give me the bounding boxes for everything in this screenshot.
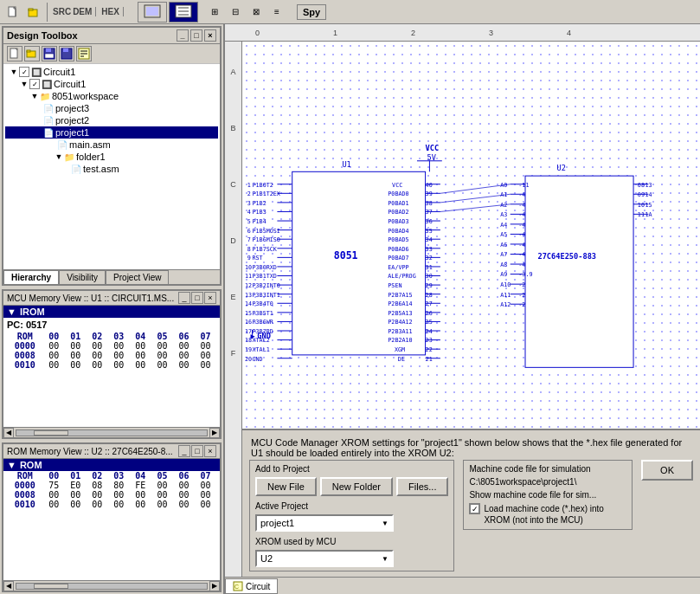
tb-save[interactable] <box>42 46 57 61</box>
mcu2-scroll-track[interactable] <box>16 583 208 590</box>
mcu2-section-label: ROM <box>20 460 42 470</box>
xrom-dropdown[interactable]: U2 ▼ <box>255 550 394 567</box>
mcu1-scrollbar[interactable]: ◀ ▶ <box>3 427 220 437</box>
svg-text:08: 08 <box>638 182 645 189</box>
svg-text:A8: A8 <box>500 261 507 268</box>
mode-tabs <box>138 2 198 23</box>
tree-item-project2[interactable]: 📄 project2 <box>5 114 218 126</box>
mcu2-minimize[interactable]: _ <box>178 445 190 457</box>
tree-item-test-asm[interactable]: 📄 test.asm <box>5 163 218 175</box>
svg-text:10: 10 <box>245 264 252 271</box>
mcu-panel-1: MCU Memory View :: U1 :: CIRCUIT1.MS... … <box>2 289 222 439</box>
mcu1-expand[interactable]: ▼ <box>7 307 16 317</box>
mcu2-expand[interactable]: ▼ <box>7 460 16 470</box>
svg-text:31: 31 <box>426 264 433 271</box>
right-panel: 0 1 2 3 4 A B C D E F <box>225 24 700 594</box>
new-btn[interactable] <box>3 3 22 22</box>
open-btn[interactable] <box>24 3 43 22</box>
svg-text:-2: -2 <box>518 292 525 299</box>
expand-circuit1-root[interactable]: ▼ <box>9 67 19 77</box>
tb-properties[interactable] <box>76 46 92 61</box>
mcu1-scroll-thumb[interactable] <box>34 430 68 436</box>
mcu2-col-rom: ROM <box>7 471 43 481</box>
minimize-btn[interactable]: _ <box>177 29 189 42</box>
svg-text:EA/VPP: EA/VPP <box>388 264 408 271</box>
toolbar-btn-1[interactable]: ⊞ <box>205 3 224 22</box>
mcu-panel-2-title: ROM Memory View :: U2 :: 27C64E250-8... … <box>3 444 220 459</box>
tree-item-main-asm[interactable]: 📄 main.asm <box>5 139 218 151</box>
tb-new-file[interactable] <box>7 46 22 61</box>
toolbar-btn-2[interactable]: ⊟ <box>226 3 245 22</box>
machine-code-show: Show machine code file for sim... <box>469 490 626 500</box>
mcu1-maximize[interactable]: □ <box>191 292 203 304</box>
mcu2-mem-table: ROM 00 01 02 03 04 05 06 07 000075E00880… <box>3 471 220 580</box>
mcu2-maximize[interactable]: □ <box>191 445 203 457</box>
svg-text:ALE/PROG: ALE/PROG <box>388 273 415 280</box>
svg-text:A12: A12 <box>500 301 511 308</box>
active-project-dropdown[interactable]: project1 ▼ <box>255 514 394 532</box>
mcu2-scroll-left[interactable]: ◀ <box>3 581 14 591</box>
svg-text:27C64E250-883: 27C64E250-883 <box>537 252 596 261</box>
svg-text:P1B0T2: P1B0T2 <box>253 182 273 189</box>
mcu1-scroll-track[interactable] <box>16 429 208 436</box>
tb-save-all[interactable] <box>59 46 74 61</box>
svg-text:25: 25 <box>426 319 433 326</box>
expand-circuit1[interactable]: ▼ <box>19 79 29 89</box>
icon-main-asm: 📄 <box>57 140 67 150</box>
tab-hierarchy[interactable]: Hierarchy <box>3 270 59 284</box>
icon-project2: 📄 <box>43 116 54 126</box>
spy-btn[interactable]: Spy <box>297 4 326 20</box>
new-folder-btn[interactable]: New Folder <box>320 477 393 496</box>
close-btn[interactable]: × <box>204 29 216 42</box>
svg-text:P3B6WR: P3B6WR <box>253 319 274 326</box>
mcu1-col-rom: ROM <box>7 332 43 341</box>
mcu1-minimize[interactable]: _ <box>178 292 190 304</box>
mcu1-close[interactable]: × <box>204 292 216 304</box>
tb-open[interactable] <box>24 46 40 61</box>
tree-item-circuit1[interactable]: ▼ ✓ 🔲 Circuit1 <box>5 78 218 90</box>
circuit-canvas[interactable]: VCC 5V ▶ GND U1 1 P1B0T2 2 P <box>242 42 700 577</box>
svg-rect-18 <box>63 48 68 52</box>
design-toolbox-label: Design Toolbox <box>7 30 78 41</box>
ok-button[interactable]: OK <box>641 460 693 481</box>
mode-tab-1[interactable] <box>138 2 167 23</box>
circuit-tab[interactable]: C Circuit <box>225 578 278 594</box>
svg-text:-4: -4 <box>518 242 525 249</box>
svg-text:P1B7SCK: P1B7SCK <box>253 246 278 253</box>
cb-circuit1[interactable]: ✓ <box>29 79 40 89</box>
mcu2-scroll-right[interactable]: ▶ <box>209 581 220 591</box>
svg-text:30: 30 <box>426 273 433 280</box>
cb-circuit1-root[interactable]: ✓ <box>19 67 29 77</box>
label-circuit1-root: Circuit1 <box>43 67 75 77</box>
mcu2-scrollbar[interactable]: ◀ ▶ <box>3 580 220 591</box>
mcu1-col-03: 03 <box>108 332 130 341</box>
expand-workspace[interactable]: ▼ <box>29 91 40 101</box>
mcu1-scroll-left[interactable]: ◀ <box>3 428 14 438</box>
tree-item-folder1[interactable]: ▼ 📁 folder1 <box>5 151 218 163</box>
tree-item-project3[interactable]: 📄 project3 <box>5 102 218 114</box>
tree-item-project1[interactable]: 📄 project1 <box>5 126 218 139</box>
tree-item-workspace[interactable]: ▼ 📁 8051workspace <box>5 90 218 102</box>
machine-code-checkbox[interactable]: ✓ <box>469 503 480 514</box>
svg-text:XGM: XGM <box>395 346 405 353</box>
tab-project-view[interactable]: Project View <box>106 270 169 284</box>
label-project3: project3 <box>55 103 89 113</box>
ruler-mark-4: 4 <box>567 29 645 37</box>
mode-tab-2[interactable] <box>169 2 198 23</box>
files-btn[interactable]: Files... <box>396 477 448 496</box>
machine-code-group: Machine code file for simulation C:\8051… <box>463 460 633 530</box>
expand-folder1[interactable]: ▼ <box>54 152 64 162</box>
toolbar-btn-4[interactable]: ≡ <box>267 3 286 22</box>
tab-visibility[interactable]: Visibility <box>59 270 106 284</box>
svg-text:34: 34 <box>426 236 433 243</box>
active-project-value: project1 <box>260 518 294 528</box>
svg-text:A10: A10 <box>500 281 511 288</box>
maximize-btn[interactable]: □ <box>190 29 202 42</box>
mcu2-scroll-thumb[interactable] <box>34 584 68 589</box>
toolbar-btn-3[interactable]: ⊠ <box>247 3 266 22</box>
mcu2-close[interactable]: × <box>204 445 216 457</box>
mcu1-scroll-right[interactable]: ▶ <box>209 428 220 438</box>
new-file-btn[interactable]: New File <box>255 477 317 496</box>
tree-item-circuit1-root[interactable]: ▼ ✓ 🔲 Circuit1 <box>5 66 218 78</box>
svg-text:17: 17 <box>245 328 252 335</box>
